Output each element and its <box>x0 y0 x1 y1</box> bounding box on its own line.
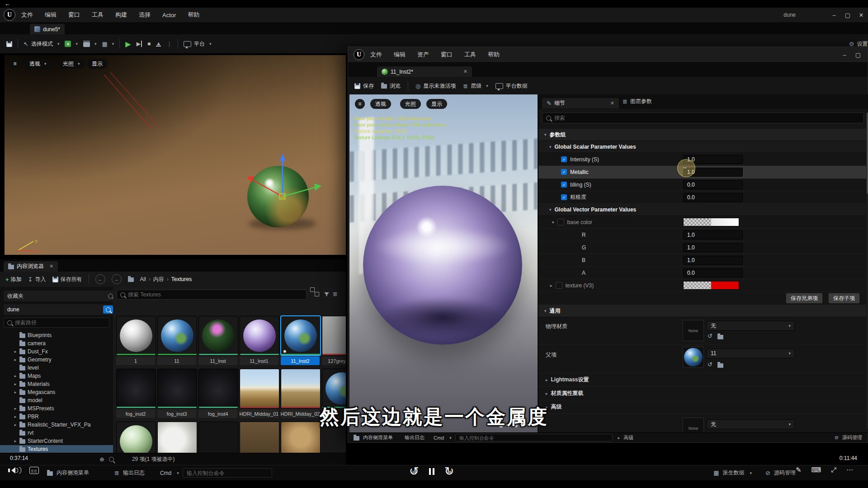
checkbox-unchecked-icon[interactable] <box>556 282 562 289</box>
menu-actor[interactable]: Actor <box>156 12 182 19</box>
expand-icon[interactable]: ▸ <box>14 349 17 354</box>
vector-params-header[interactable]: ▾ Global Vector Parameter Values <box>538 204 866 216</box>
use-selected-icon[interactable]: ↺ <box>708 361 712 368</box>
select-mode-button[interactable]: ↖ 选择模式 ▾ <box>24 40 59 48</box>
path-search-field[interactable] <box>4 318 109 328</box>
show-button[interactable]: 显示 <box>426 99 447 109</box>
editor-menu-file[interactable]: 文件 <box>364 51 388 59</box>
parent-thumb[interactable] <box>683 347 704 368</box>
skip-to-end-icon[interactable]: ▶ <box>137 41 142 47</box>
lit-button[interactable]: 光照 ▾ <box>58 59 85 69</box>
fullscreen-icon[interactable]: ⤢ <box>831 466 836 474</box>
save-icon[interactable] <box>6 41 12 47</box>
browse-to-icon[interactable] <box>717 363 723 368</box>
param-row-roughness[interactable]: ✓ 粗糙度 0.0 <box>538 191 866 204</box>
tree-item-maps[interactable]: ▸Maps <box>0 372 113 380</box>
add-button[interactable]: + 添加 <box>5 276 22 283</box>
physical-material-dropdown[interactable]: 无 ▾ <box>707 321 795 331</box>
settings-sliders-icon[interactable]: ≣ <box>333 291 338 297</box>
menu-help[interactable]: 帮助 <box>182 11 205 19</box>
details-tab[interactable]: ✎ 细节 ✕ <box>542 98 619 108</box>
tree-item-megascans[interactable]: ▸Megascans <box>0 388 113 396</box>
param-row-tilling[interactable]: ✓ tilling (S) 0.0 <box>538 178 866 191</box>
checkbox-checked-icon[interactable]: ✓ <box>561 182 567 188</box>
editor-menu-window[interactable]: 窗口 <box>435 51 458 59</box>
general-header[interactable]: ▾ 通用 <box>538 305 866 317</box>
perspective-button[interactable]: 透视 ▾ <box>24 59 52 69</box>
editor-content-drawer-button[interactable]: 内容侧滑菜单 <box>363 434 393 441</box>
favorites-row[interactable]: 收藏夹 <box>4 291 113 301</box>
menu-tools[interactable]: 工具 <box>86 11 109 19</box>
asset-tile[interactable]: 127grey_VT <box>322 316 346 365</box>
asset-tile[interactable]: 11 <box>157 316 197 365</box>
editor-output-log-button[interactable]: 输出日志 <box>405 434 425 441</box>
preview-sphere[interactable] <box>363 186 522 345</box>
menu-file[interactable]: 文件 <box>15 11 39 19</box>
channel-value-field[interactable]: 0.0 <box>683 268 743 277</box>
save-child-button[interactable]: 保存子项 <box>828 293 860 304</box>
search-icon[interactable] <box>109 457 114 462</box>
material-overrides-row[interactable]: ▸ 材质属性重载 <box>538 387 866 400</box>
browse-to-icon[interactable] <box>717 335 723 339</box>
material-instance-tab[interactable]: 11_Inst2* ✕ <box>377 66 472 77</box>
editor-minimize-button[interactable]: – <box>838 47 851 62</box>
cmd-button[interactable]: Cmd <box>160 470 171 476</box>
hierarchy-button[interactable]: ≣ 层级 ▾ <box>463 82 488 90</box>
param-value-field[interactable]: 0.0 <box>683 193 743 202</box>
skip-back-button[interactable]: ↺10 <box>409 465 419 477</box>
tree-item-model[interactable]: model <box>0 396 113 404</box>
editor-advanced-button[interactable]: 高级 <box>623 434 633 441</box>
editor-console-input[interactable] <box>455 434 613 441</box>
video-progress-bar[interactable] <box>0 450 868 456</box>
viewport-menu-button[interactable]: ≡ <box>355 99 365 109</box>
param-row-base-color[interactable]: ▾ base color <box>538 216 866 229</box>
content-drawer-button[interactable]: 内容侧滑菜单 <box>57 469 89 477</box>
editor-save-button[interactable]: 保存 <box>354 82 374 90</box>
channel-value-field[interactable]: 1.0 <box>683 243 743 252</box>
editor-cmd-button[interactable]: Cmd <box>434 435 444 441</box>
param-group-header[interactable]: ▾ 参数组 <box>538 129 866 141</box>
kebab-icon[interactable]: ⋮ <box>166 41 172 47</box>
physical-material-thumb[interactable]: None <box>683 320 704 341</box>
cinematics-button[interactable]: ▾ <box>83 41 97 47</box>
search-paths-button[interactable] <box>103 305 113 314</box>
stop-icon[interactable]: ■ <box>147 41 151 47</box>
pause-button[interactable] <box>429 468 434 475</box>
chevron-right-icon[interactable]: ▸ <box>550 283 552 288</box>
editor-menu-edit[interactable]: 编辑 <box>388 51 411 59</box>
editor-maximize-button[interactable]: ▢ <box>851 47 865 62</box>
close-icon[interactable]: ✕ <box>463 69 467 75</box>
save-sibling-button[interactable]: 保存兄弟项 <box>786 293 823 304</box>
editor-menu-help[interactable]: 帮助 <box>482 51 505 59</box>
tree-item-geometry[interactable]: ▸Geometry <box>0 356 113 364</box>
scalar-params-header[interactable]: ▾ Global Scalar Parameter Values <box>538 141 866 153</box>
minimize-button[interactable]: – <box>827 8 841 22</box>
param-row-intensity[interactable]: ✓ Intensity (S) 1.0 <box>538 153 866 166</box>
derived-data-button[interactable]: 派生数据 <box>723 469 745 477</box>
asset-search-input[interactable] <box>128 291 303 298</box>
asset-tile-selected[interactable]: ✱ 11_Inst2 <box>281 316 321 365</box>
tree-item-startercontent[interactable]: ▸StarterContent <box>0 437 113 445</box>
editor-source-control-button[interactable]: 源码管理 <box>842 434 862 441</box>
keyboard-icon[interactable]: ⌨ <box>811 466 821 474</box>
asset-tile[interactable]: 1 <box>116 316 156 365</box>
level-viewport[interactable]: ≡ 透视 ▾ 光照 ▾ 显示 y x <box>5 55 346 255</box>
show-inactive-button[interactable]: ◎ 显示未激活项 <box>415 82 456 90</box>
tree-item-camera[interactable]: camera <box>0 339 113 347</box>
save-all-button[interactable]: 保存所有 <box>52 276 82 283</box>
add-actor-button[interactable]: + ▾ <box>65 41 78 47</box>
add-collection-icon[interactable]: ⊕ <box>99 456 104 463</box>
close-icon[interactable]: ✕ <box>610 100 614 106</box>
layer-params-tab[interactable]: ≣ 图层参数 <box>618 96 656 107</box>
show-button[interactable]: 显示 <box>87 59 108 69</box>
chevron-down-icon[interactable]: ▾ <box>552 220 554 225</box>
output-log-button[interactable]: 输出日志 <box>123 469 145 477</box>
use-selected-icon[interactable]: ↺ <box>708 333 712 339</box>
tree-item-blueprints[interactable]: Blueprints <box>0 331 113 339</box>
color-swatch[interactable] <box>683 281 739 290</box>
source-control-button[interactable]: 源码管理 <box>774 469 796 477</box>
skip-forward-button[interactable]: ↻30 <box>444 465 454 477</box>
console-input[interactable] <box>183 468 272 478</box>
menu-edit[interactable]: 编辑 <box>39 11 62 19</box>
param-value-field[interactable]: 0.0 <box>683 180 743 189</box>
